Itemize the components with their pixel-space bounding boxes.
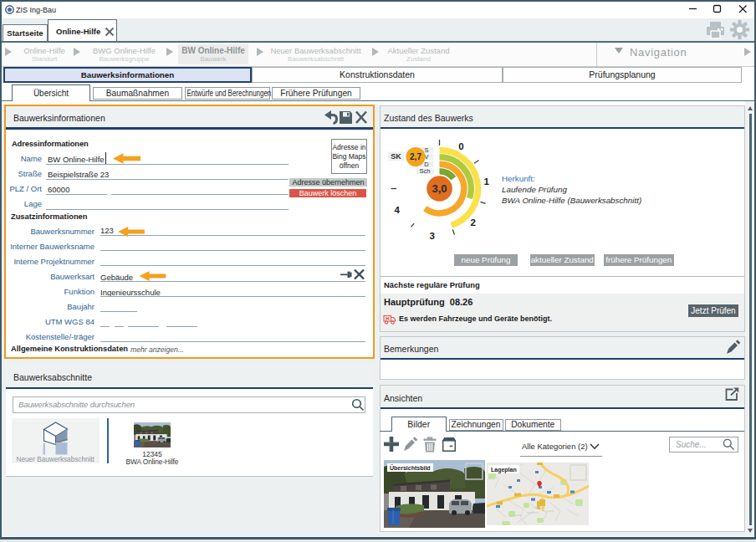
svg-text:0: 0: [458, 141, 463, 151]
svg-text:3: 3: [429, 231, 434, 241]
svg-text:2,7: 2,7: [410, 152, 421, 161]
svg-text:2: 2: [471, 217, 476, 228]
svg-text:SK: SK: [391, 152, 401, 161]
svg-text:1: 1: [484, 176, 490, 187]
svg-text:3,0: 3,0: [432, 182, 447, 195]
svg-text:Sch: Sch: [420, 167, 431, 175]
svg-text:4: 4: [394, 205, 400, 215]
